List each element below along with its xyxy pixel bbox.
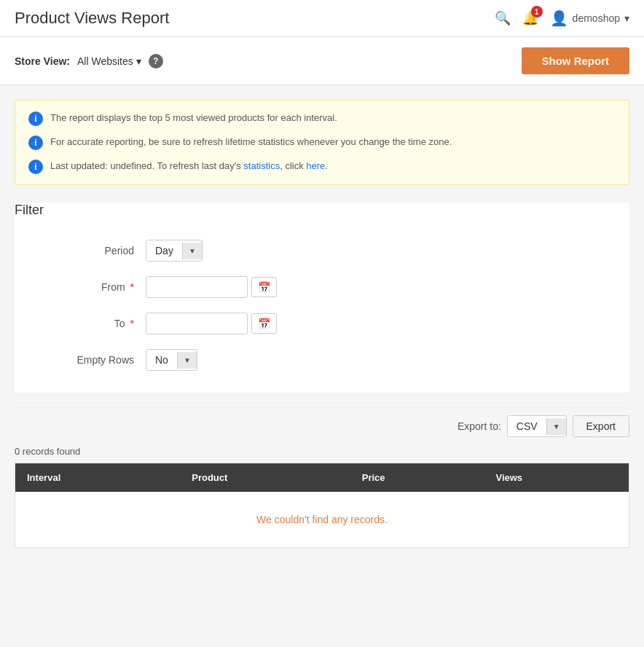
help-icon[interactable]: ? bbox=[149, 54, 163, 68]
here-link[interactable]: here bbox=[306, 160, 325, 171]
records-info: 0 records found bbox=[15, 446, 629, 457]
period-select[interactable]: Day ▼ bbox=[146, 240, 203, 262]
period-select-value: Day bbox=[146, 240, 182, 261]
export-button[interactable]: Export bbox=[573, 415, 629, 437]
from-required-star: * bbox=[130, 281, 134, 293]
user-name: demoshop bbox=[573, 12, 620, 24]
col-product: Product bbox=[180, 463, 350, 493]
filter-form: Period Day ▼ From * 📅 bbox=[15, 232, 629, 393]
main-content: i The report displays the top 5 most vie… bbox=[0, 85, 644, 562]
top-header: Product Views Report 🔍 🔔 1 👤 demoshop ▾ bbox=[0, 0, 644, 37]
empty-rows-label: Empty Rows bbox=[58, 354, 146, 366]
to-row: To * 📅 bbox=[15, 313, 629, 334]
store-view-left: Store View: All Websites ▾ ? bbox=[15, 54, 163, 68]
header-actions: 🔍 🔔 1 👤 demoshop ▾ bbox=[495, 9, 629, 27]
no-records-text: We couldn't find any records. bbox=[256, 514, 388, 525]
store-view-value: All Websites bbox=[77, 55, 133, 67]
info-text-3: Last updated: undefined. To refresh last… bbox=[50, 159, 328, 173]
empty-table-row: We couldn't find any records. bbox=[15, 492, 629, 548]
export-format-select[interactable]: CSV ▼ bbox=[507, 415, 567, 437]
empty-rows-input-wrap: No ▼ bbox=[146, 349, 197, 371]
filter-section: Filter Period Day ▼ From * bbox=[15, 203, 629, 393]
store-view-label: Store View: bbox=[15, 55, 70, 67]
from-date-input[interactable] bbox=[146, 276, 248, 298]
empty-rows-row: Empty Rows No ▼ bbox=[15, 349, 629, 371]
empty-rows-select[interactable]: No ▼ bbox=[146, 349, 197, 371]
data-table: Interval Product Price Views We couldn't… bbox=[15, 463, 629, 548]
info-row-2: i For accurate reporting, be sure to ref… bbox=[28, 135, 616, 150]
from-calendar-button[interactable]: 📅 bbox=[251, 277, 277, 297]
col-interval: Interval bbox=[15, 463, 181, 493]
search-icon: 🔍 bbox=[495, 11, 511, 26]
store-view-chevron-icon: ▾ bbox=[136, 55, 141, 67]
notification-button[interactable]: 🔔 1 bbox=[522, 10, 538, 26]
info-row-3: i Last updated: undefined. To refresh la… bbox=[28, 159, 616, 174]
col-price: Price bbox=[350, 463, 484, 493]
show-report-button[interactable]: Show Report bbox=[522, 47, 630, 74]
export-row: Export to: CSV ▼ Export bbox=[15, 407, 629, 437]
info-icon-3: i bbox=[28, 160, 43, 174]
statistics-link[interactable]: statistics bbox=[243, 160, 280, 171]
to-input-wrap: 📅 bbox=[146, 313, 277, 334]
from-input-wrap: 📅 bbox=[146, 276, 277, 298]
export-select-arrow-icon[interactable]: ▼ bbox=[546, 418, 566, 435]
info-row-1: i The report displays the top 5 most vie… bbox=[28, 111, 616, 126]
table-header: Interval Product Price Views bbox=[15, 463, 629, 493]
period-label: Period bbox=[58, 245, 146, 256]
store-view-dropdown[interactable]: All Websites ▾ bbox=[77, 55, 141, 67]
to-label: To * bbox=[58, 318, 146, 329]
table-header-row: Interval Product Price Views bbox=[15, 463, 629, 493]
period-input-wrap: Day ▼ bbox=[146, 240, 203, 262]
info-box: i The report displays the top 5 most vie… bbox=[15, 100, 629, 185]
info-icon-1: i bbox=[28, 111, 43, 126]
info-text-2: For accurate reporting, be sure to refre… bbox=[50, 135, 452, 149]
from-row: From * 📅 bbox=[15, 276, 629, 298]
to-calendar-button[interactable]: 📅 bbox=[251, 313, 277, 334]
to-date-input[interactable] bbox=[146, 313, 248, 334]
period-select-arrow-icon[interactable]: ▼ bbox=[182, 243, 202, 259]
export-format-value: CSV bbox=[508, 416, 546, 436]
notification-badge: 1 bbox=[531, 6, 543, 17]
period-row: Period Day ▼ bbox=[15, 240, 629, 262]
info-text-1: The report displays the top 5 most viewe… bbox=[50, 111, 337, 125]
empty-rows-value: No bbox=[146, 350, 177, 370]
table-body: We couldn't find any records. bbox=[15, 492, 629, 548]
chevron-down-icon: ▾ bbox=[624, 12, 629, 24]
export-to-label: Export to: bbox=[458, 420, 501, 432]
to-required-star: * bbox=[130, 318, 134, 329]
user-avatar-icon: 👤 bbox=[550, 9, 568, 27]
store-view-bar: Store View: All Websites ▾ ? Show Report bbox=[0, 37, 644, 85]
search-button[interactable]: 🔍 bbox=[495, 10, 511, 26]
filter-title: Filter bbox=[15, 203, 629, 218]
empty-table-message: We couldn't find any records. bbox=[15, 492, 629, 548]
page-title: Product Views Report bbox=[15, 9, 169, 28]
info-icon-2: i bbox=[28, 136, 43, 150]
from-label: From * bbox=[58, 281, 146, 293]
empty-rows-arrow-icon[interactable]: ▼ bbox=[177, 352, 197, 369]
user-menu-button[interactable]: 👤 demoshop ▾ bbox=[550, 9, 629, 27]
col-views: Views bbox=[484, 463, 629, 493]
